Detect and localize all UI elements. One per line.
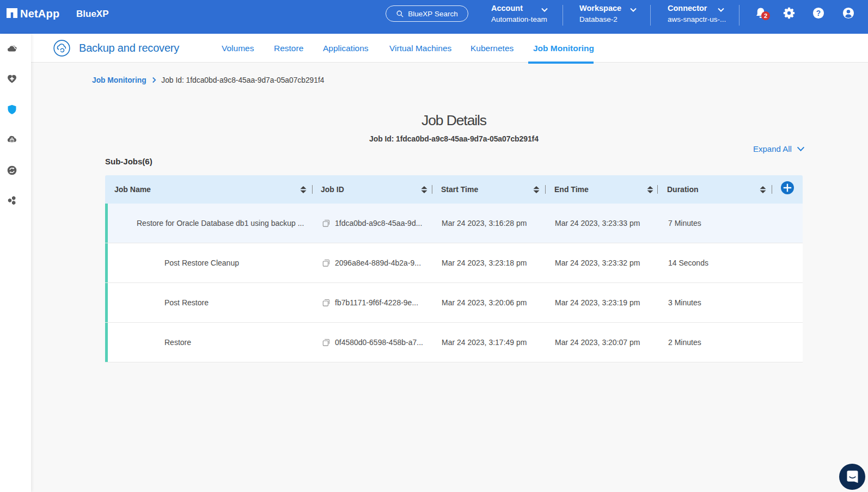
svg-text:?: ? bbox=[816, 9, 821, 17]
